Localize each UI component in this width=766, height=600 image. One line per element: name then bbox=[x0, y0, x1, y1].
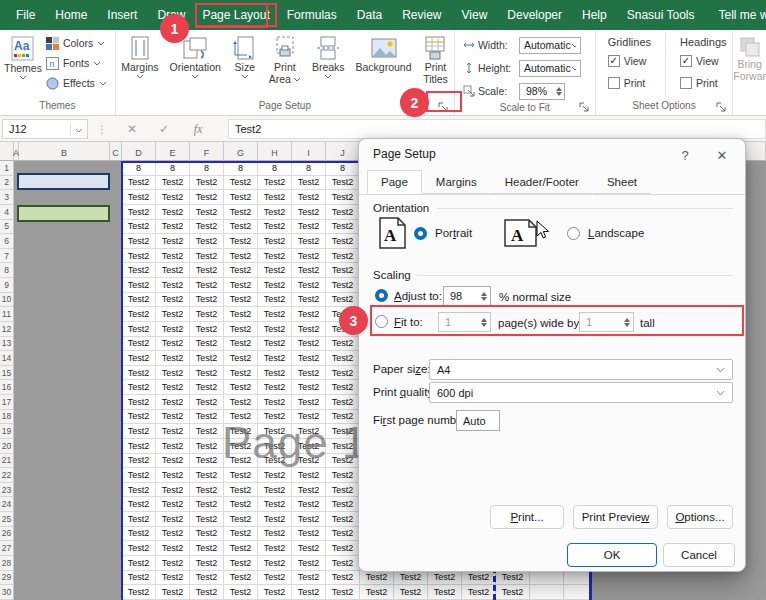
cell-H24[interactable]: Test2 bbox=[258, 497, 292, 512]
cell-D23[interactable]: Test2 bbox=[122, 483, 156, 498]
adjust-to-label[interactable]: Adjust to: bbox=[394, 290, 446, 302]
column-header-G[interactable]: G bbox=[224, 142, 258, 161]
cell-B16[interactable] bbox=[19, 380, 110, 395]
width-combo[interactable]: Automatic bbox=[519, 37, 581, 54]
row-header-28[interactable]: 28 bbox=[0, 556, 14, 571]
cell-I16[interactable]: Test2 bbox=[292, 380, 326, 395]
cell-D9[interactable]: Test2 bbox=[122, 278, 156, 293]
cell-E9[interactable]: Test2 bbox=[156, 278, 190, 293]
help-icon[interactable]: ? bbox=[674, 145, 696, 165]
tab-draw[interactable]: Draw bbox=[147, 3, 195, 27]
cell-G2[interactable]: Test2 bbox=[224, 176, 258, 191]
cell-I29[interactable]: Test2 bbox=[292, 571, 326, 586]
landscape-radio[interactable] bbox=[567, 227, 580, 240]
cell-I19[interactable]: Test2 bbox=[292, 424, 326, 439]
cell-I3[interactable]: Test2 bbox=[292, 190, 326, 205]
row-header-10[interactable]: 10 bbox=[0, 293, 14, 308]
cell-I15[interactable]: Test2 bbox=[292, 366, 326, 381]
cell-H12[interactable]: Test2 bbox=[258, 322, 292, 337]
row-header-26[interactable]: 26 bbox=[0, 527, 14, 542]
insert-function-icon[interactable]: fx bbox=[188, 119, 208, 139]
cell-F29[interactable]: Test2 bbox=[190, 571, 224, 586]
row-header-27[interactable]: 27 bbox=[0, 541, 14, 556]
cell-B22[interactable] bbox=[19, 468, 110, 483]
column-header-I[interactable]: I bbox=[292, 142, 326, 161]
cell-B18[interactable] bbox=[19, 410, 110, 425]
cell-E5[interactable]: Test2 bbox=[156, 220, 190, 235]
cell-D29[interactable]: Test2 bbox=[122, 571, 156, 586]
name-box-splitter[interactable]: ⋮ bbox=[92, 119, 112, 139]
cell-B15[interactable] bbox=[19, 366, 110, 381]
cell-E6[interactable]: Test2 bbox=[156, 234, 190, 249]
cell-G23[interactable]: Test2 bbox=[224, 483, 258, 498]
cell-B7[interactable] bbox=[19, 249, 110, 264]
cell-H23[interactable]: Test2 bbox=[258, 483, 292, 498]
cell-E11[interactable]: Test2 bbox=[156, 307, 190, 322]
cell-F7[interactable]: Test2 bbox=[190, 249, 224, 264]
cell-B14[interactable] bbox=[19, 351, 110, 366]
cell-F15[interactable]: Test2 bbox=[190, 366, 224, 381]
cell-P30[interactable] bbox=[530, 585, 564, 600]
cell-G27[interactable]: Test2 bbox=[224, 541, 258, 556]
cell-B29[interactable] bbox=[19, 571, 110, 586]
cell-E3[interactable]: Test2 bbox=[156, 190, 190, 205]
cell-L30[interactable]: Test2 bbox=[394, 585, 428, 600]
cell-L29[interactable]: Test2 bbox=[394, 571, 428, 586]
headings-print-checkbox[interactable]: Print bbox=[680, 74, 726, 92]
blue-filled-cell[interactable] bbox=[17, 173, 110, 190]
tab-page-layout[interactable]: Page Layout bbox=[195, 3, 276, 27]
row-header-18[interactable]: 18 bbox=[0, 410, 14, 425]
cell-B26[interactable] bbox=[19, 527, 110, 542]
cell-E4[interactable]: Test2 bbox=[156, 205, 190, 220]
cell-J29[interactable]: Test2 bbox=[326, 571, 360, 586]
adjust-to-spinner[interactable]: 98 bbox=[443, 286, 491, 306]
tab-view[interactable]: View bbox=[452, 3, 498, 27]
fonts-button[interactable]: n Fonts bbox=[46, 54, 107, 72]
cell-F14[interactable]: Test2 bbox=[190, 351, 224, 366]
row-header-23[interactable]: 23 bbox=[0, 483, 14, 498]
cell-H4[interactable]: Test2 bbox=[258, 205, 292, 220]
cell-D2[interactable]: Test2 bbox=[122, 176, 156, 191]
row-header-12[interactable]: 12 bbox=[0, 322, 14, 337]
cell-H5[interactable]: Test2 bbox=[258, 220, 292, 235]
cell-J26[interactable]: Test2 bbox=[326, 527, 360, 542]
row-header-20[interactable]: 20 bbox=[0, 439, 14, 454]
cell-D17[interactable]: Test2 bbox=[122, 395, 156, 410]
cell-K29[interactable]: Test2 bbox=[360, 571, 394, 586]
cell-B23[interactable] bbox=[19, 483, 110, 498]
print-quality-combo[interactable]: 600 dpi bbox=[429, 382, 733, 403]
cell-I5[interactable]: Test2 bbox=[292, 220, 326, 235]
cell-G26[interactable]: Test2 bbox=[224, 527, 258, 542]
row-header-2[interactable]: 2 bbox=[0, 176, 14, 191]
cell-B11[interactable] bbox=[19, 307, 110, 322]
cell-I11[interactable]: Test2 bbox=[292, 307, 326, 322]
cell-E25[interactable]: Test2 bbox=[156, 512, 190, 527]
cell-J12[interactable]: Test2 bbox=[326, 322, 360, 337]
cell-H28[interactable]: Test2 bbox=[258, 556, 292, 571]
cell-H15[interactable]: Test2 bbox=[258, 366, 292, 381]
cell-G29[interactable]: Test2 bbox=[224, 571, 258, 586]
cell-I24[interactable]: Test2 bbox=[292, 497, 326, 512]
cell-D24[interactable]: Test2 bbox=[122, 497, 156, 512]
cell-B19[interactable] bbox=[19, 424, 110, 439]
cell-J22[interactable]: Test2 bbox=[326, 468, 360, 483]
row-header-25[interactable]: 25 bbox=[0, 512, 14, 527]
cell-M30[interactable]: Test2 bbox=[428, 585, 462, 600]
cell-I12[interactable]: Test2 bbox=[292, 322, 326, 337]
row-header-3[interactable]: 3 bbox=[0, 190, 14, 205]
cell-D25[interactable]: Test2 bbox=[122, 512, 156, 527]
cell-D4[interactable]: Test2 bbox=[122, 205, 156, 220]
cell-F19[interactable]: Test2 bbox=[190, 424, 224, 439]
row-header-15[interactable]: 15 bbox=[0, 366, 14, 381]
cell-Q29[interactable] bbox=[564, 571, 592, 586]
cell-H14[interactable]: Test2 bbox=[258, 351, 292, 366]
scale-to-fit-dialog-launcher[interactable] bbox=[578, 101, 590, 113]
cell-F30[interactable]: Test2 bbox=[190, 585, 224, 600]
cell-D10[interactable]: Test2 bbox=[122, 293, 156, 308]
paper-size-combo[interactable]: A4 bbox=[429, 359, 733, 380]
themes-button[interactable]: Aa Themes bbox=[4, 30, 42, 80]
cell-B30[interactable] bbox=[19, 585, 110, 600]
cell-I26[interactable]: Test2 bbox=[292, 527, 326, 542]
cell-F17[interactable]: Test2 bbox=[190, 395, 224, 410]
cell-B28[interactable] bbox=[19, 556, 110, 571]
